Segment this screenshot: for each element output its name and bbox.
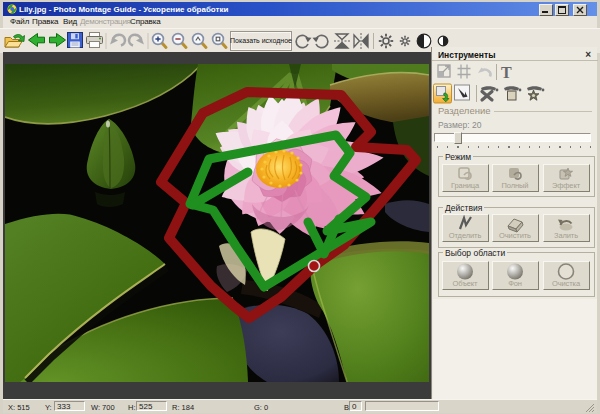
svg-text:T: T [501, 64, 512, 81]
svg-text:Показать исходное: Показать исходное [230, 37, 292, 45]
